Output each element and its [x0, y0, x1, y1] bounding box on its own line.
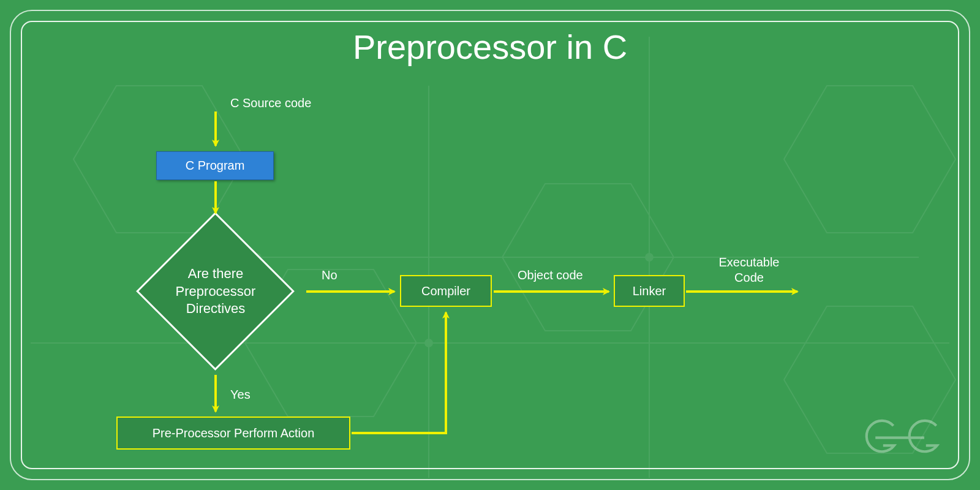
label-object-code: Object code: [518, 268, 583, 283]
node-decision: Are there Preprocessor Directives: [136, 212, 295, 371]
decision-line3: Directives: [176, 300, 256, 318]
label-no: No: [322, 268, 337, 283]
diagram-title: Preprocessor in C: [0, 27, 980, 67]
decision-line2: Preprocessor: [176, 283, 256, 301]
decision-text: Are there Preprocessor Directives: [136, 212, 295, 371]
node-linker-text: Linker: [633, 284, 666, 298]
label-exec-line2: Code: [703, 270, 795, 285]
node-linker: Linker: [614, 275, 685, 307]
node-preprocessor-action: Pre-Processor Perform Action: [116, 417, 350, 450]
node-c-program-text: C Program: [186, 159, 245, 173]
node-compiler-text: Compiler: [421, 284, 470, 298]
label-source-code: C Source code: [230, 96, 311, 111]
label-yes: Yes: [230, 387, 251, 402]
label-exec-line1: Executable: [703, 255, 795, 270]
decision-line1: Are there: [176, 265, 256, 283]
gg-logo-icon: [860, 418, 946, 457]
node-preprocessor-action-text: Pre-Processor Perform Action: [153, 426, 315, 440]
node-compiler: Compiler: [400, 275, 492, 307]
node-c-program: C Program: [156, 151, 274, 180]
label-executable-code: Executable Code: [703, 255, 795, 285]
